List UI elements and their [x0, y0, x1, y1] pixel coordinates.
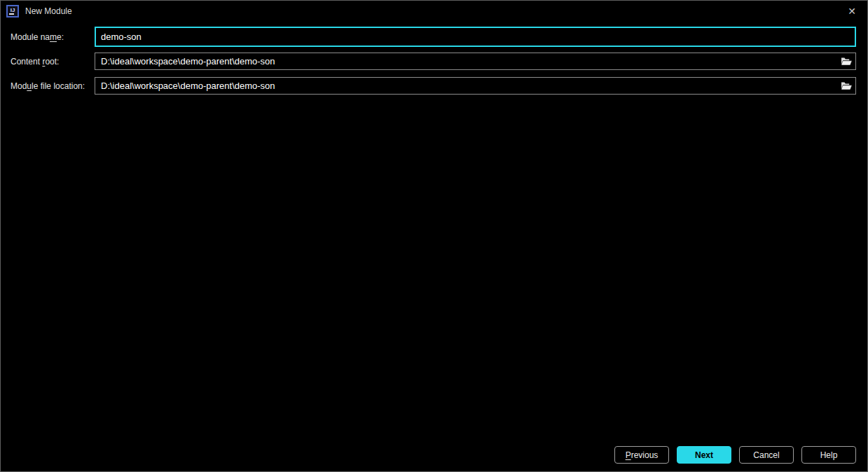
module-file-location-label: Module file location:	[1, 81, 95, 91]
dialog-title: New Module	[25, 6, 72, 16]
label-text: Content	[11, 57, 42, 67]
open-folder-icon	[841, 81, 853, 91]
new-module-dialog: IJ New Module ✕ Module name: Content roo…	[0, 0, 868, 472]
button-mnemonic: P	[626, 450, 631, 460]
content-root-input[interactable]	[95, 53, 856, 70]
module-file-location-input-wrap	[95, 77, 856, 95]
module-name-input[interactable]	[95, 27, 856, 47]
button-text: revious	[631, 450, 659, 460]
help-button[interactable]: Help	[801, 446, 856, 464]
module-file-location-input[interactable]	[95, 77, 856, 95]
logo-underline	[9, 13, 14, 15]
module-name-row: Module name:	[1, 27, 867, 47]
cancel-button[interactable]: Cancel	[739, 446, 794, 464]
titlebar: IJ New Module ✕	[1, 1, 867, 22]
previous-button[interactable]: Previous	[614, 446, 669, 464]
content-root-label: Content root:	[1, 57, 95, 67]
intellij-ij-logo-icon: IJ	[6, 5, 19, 18]
label-text: Mod	[11, 81, 27, 91]
label-text: Module na	[11, 32, 50, 42]
content-root-row: Content root:	[1, 53, 867, 70]
close-button[interactable]: ✕	[836, 1, 867, 22]
content-root-browse-button[interactable]	[840, 56, 853, 67]
logo-letters: IJ	[11, 7, 15, 13]
label-mnemonic: m	[50, 32, 57, 42]
module-name-label: Module name:	[1, 32, 95, 42]
content-root-input-wrap	[95, 53, 856, 70]
label-text: le file location:	[32, 81, 85, 91]
open-folder-icon	[841, 57, 853, 67]
label-text: e:	[57, 32, 64, 42]
label-text: oot:	[45, 57, 59, 67]
next-button[interactable]: Next	[677, 446, 731, 464]
dialog-button-bar: Previous Next Cancel Help	[614, 446, 856, 464]
close-icon: ✕	[848, 6, 856, 16]
module-name-input-wrap	[95, 27, 856, 47]
module-file-location-row: Module file location:	[1, 77, 867, 95]
module-file-location-browse-button[interactable]	[840, 81, 853, 92]
